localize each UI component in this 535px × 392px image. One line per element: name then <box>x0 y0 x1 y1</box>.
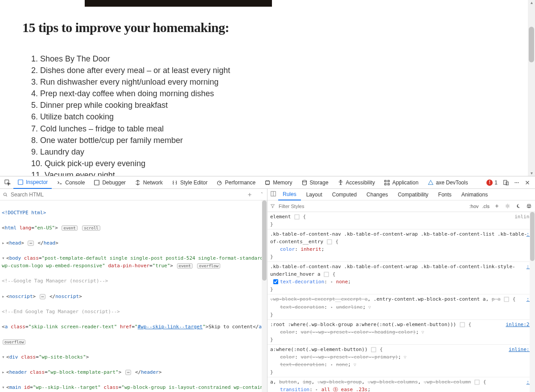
list-item: Vacuum every night <box>31 169 513 176</box>
list-item: Cold lunches – fridge to table meal <box>31 123 513 135</box>
rule-a-transition[interactable]: :2 a, button, img, .wp-block-group, .wp-… <box>268 377 535 392</box>
list-item: Dishes done after every meal – or at lea… <box>31 65 513 76</box>
svg-rect-20 <box>527 205 531 207</box>
list-item: Prep next-day coffee when doing morning … <box>31 88 513 99</box>
scroll-down-arrow[interactable]: ▾ <box>529 171 534 176</box>
svg-point-14 <box>516 182 517 183</box>
tab-accessibility[interactable]: Accessibility <box>333 176 379 189</box>
markup-scrollbar[interactable] <box>262 200 267 392</box>
svg-rect-19 <box>527 204 530 205</box>
list-item: Dinner prep while cooking breakfast <box>31 99 513 111</box>
styles-toolbar: :hov .cls <box>268 200 535 212</box>
page-scrollbar[interactable]: ▴ ▾ <box>528 0 535 176</box>
tab-style-editor[interactable]: Style Editor <box>168 176 211 189</box>
rule-element-inline[interactable]: inline element {} <box>268 212 535 229</box>
devtools-toolbar: Inspector Console Debugger Network Style… <box>0 176 535 189</box>
subtab-compatibility[interactable]: Compatibility <box>393 189 433 200</box>
svg-rect-4 <box>266 181 270 184</box>
svg-point-15 <box>518 182 519 183</box>
print-media-icon[interactable] <box>525 203 532 210</box>
subtab-computed[interactable]: Computed <box>328 189 361 200</box>
scrollbar-thumb[interactable] <box>530 212 535 261</box>
svg-point-13 <box>514 182 515 183</box>
svg-rect-8 <box>388 180 390 182</box>
inspector-styles-panel: Rules Layout Computed Changes Compatibil… <box>268 189 535 392</box>
dark-mode-icon[interactable] <box>514 203 522 210</box>
svg-point-16 <box>4 193 6 196</box>
funnel-icon[interactable]: ▽ <box>404 354 407 361</box>
svg-rect-2 <box>95 180 99 185</box>
tab-console[interactable]: Console <box>53 176 89 189</box>
pick-element-button[interactable] <box>3 178 12 188</box>
funnel-icon[interactable]: ▽ <box>368 304 371 311</box>
kebab-menu-button[interactable] <box>512 178 522 188</box>
decl-checkbox[interactable] <box>273 279 278 284</box>
tab-memory[interactable]: Memory <box>260 176 296 189</box>
rule-kb-underline-hover[interactable]: :2 .kb-table-of-content-nav .kb-table-of… <box>268 262 535 294</box>
svg-rect-26 <box>460 323 465 327</box>
tab-storage[interactable]: Storage <box>297 176 333 189</box>
add-rule-button[interactable] <box>493 203 500 210</box>
tab-application[interactable]: Application <box>380 176 423 189</box>
subtab-rules[interactable]: Rules <box>278 189 301 200</box>
eyedropper-button[interactable] <box>256 191 264 199</box>
scrollbar-thumb[interactable] <box>262 200 267 281</box>
error-counter[interactable]: !1 <box>486 180 498 186</box>
responsive-mode-button[interactable] <box>501 178 511 188</box>
funnel-icon <box>270 204 275 208</box>
tab-inspector[interactable]: Inspector <box>13 176 52 189</box>
rule-entry-content-a[interactable]: :2 .wp-block-post-excerpt__excerpt a, .e… <box>268 294 535 319</box>
article-heading: 15 tips to improve your homemaking: <box>22 20 513 35</box>
hov-toggle[interactable]: :hov <box>469 204 479 209</box>
subtab-fonts[interactable]: Fonts <box>434 189 456 200</box>
subtab-changes[interactable]: Changes <box>362 189 392 200</box>
svg-rect-23 <box>327 240 332 244</box>
devtools-panel: Inspector Console Debugger Network Style… <box>0 176 535 392</box>
hero-image <box>85 0 272 7</box>
html-tree[interactable]: <!DOCTYPE html> <html lang="en-US"> even… <box>0 200 267 392</box>
tab-debugger[interactable]: Debugger <box>90 176 130 189</box>
search-icon <box>3 192 8 197</box>
inspector-markup-panel: <!DOCTYPE html> <html lang="en-US"> even… <box>0 189 268 392</box>
funnel-icon[interactable]: ▽ <box>421 329 424 336</box>
list-item: Run dishwasher every night/unload every … <box>31 76 513 88</box>
tab-network[interactable]: Network <box>131 176 167 189</box>
svg-rect-28 <box>475 380 479 384</box>
svg-point-18 <box>506 205 508 207</box>
error-badge-icon: ! <box>486 180 493 186</box>
svg-rect-25 <box>504 297 509 302</box>
svg-rect-7 <box>385 180 387 182</box>
filter-styles-input[interactable] <box>279 204 466 209</box>
tab-axe-devtools[interactable]: axe DevTools <box>424 176 472 189</box>
webpage-viewport: 15 tips to improve your homemaking: Shoe… <box>0 0 535 176</box>
list-item: Quick pick-up every evening <box>31 158 513 169</box>
svg-rect-9 <box>385 183 387 185</box>
layout-grid-toggle[interactable] <box>269 191 277 198</box>
styles-subtabs: Rules Layout Computed Changes Compatibil… <box>268 189 535 200</box>
svg-point-6 <box>340 180 341 181</box>
svg-point-5 <box>302 180 306 182</box>
search-html-input[interactable] <box>11 192 243 198</box>
subtab-animations[interactable]: Animations <box>457 189 492 200</box>
add-node-button[interactable] <box>246 191 254 199</box>
rule-root-where[interactable]: inline:24 :root :where(.wp-block-group a… <box>268 320 535 345</box>
html-search-bar <box>0 189 267 200</box>
rules-scrollbar[interactable]: ▴ <box>530 212 535 392</box>
cls-toggle[interactable]: .cls <box>482 204 490 209</box>
rule-a-where[interactable]: inline:2 a:where(:not(.wp-element-button… <box>268 345 535 377</box>
svg-rect-24 <box>324 272 329 277</box>
css-rules-view[interactable]: inline element {} :2 .kb-table-of-conten… <box>268 212 535 392</box>
scrollbar-thumb[interactable] <box>529 27 534 62</box>
list-item: Utilize batch cooking <box>31 111 513 122</box>
rule-kb-entry[interactable]: :2 .kb-table-of-content-nav .kb-table-of… <box>268 229 535 262</box>
svg-rect-27 <box>371 347 376 352</box>
tab-performance[interactable]: Performance <box>212 176 259 189</box>
light-mode-icon[interactable] <box>504 203 511 210</box>
subtab-layout[interactable]: Layout <box>302 189 327 200</box>
list-item: Laundry day <box>31 146 513 158</box>
svg-rect-10 <box>388 183 390 185</box>
close-devtools-button[interactable] <box>523 178 532 188</box>
svg-rect-22 <box>295 215 299 219</box>
scroll-up-arrow[interactable]: ▴ <box>529 0 534 5</box>
funnel-icon[interactable]: ▽ <box>354 361 356 368</box>
